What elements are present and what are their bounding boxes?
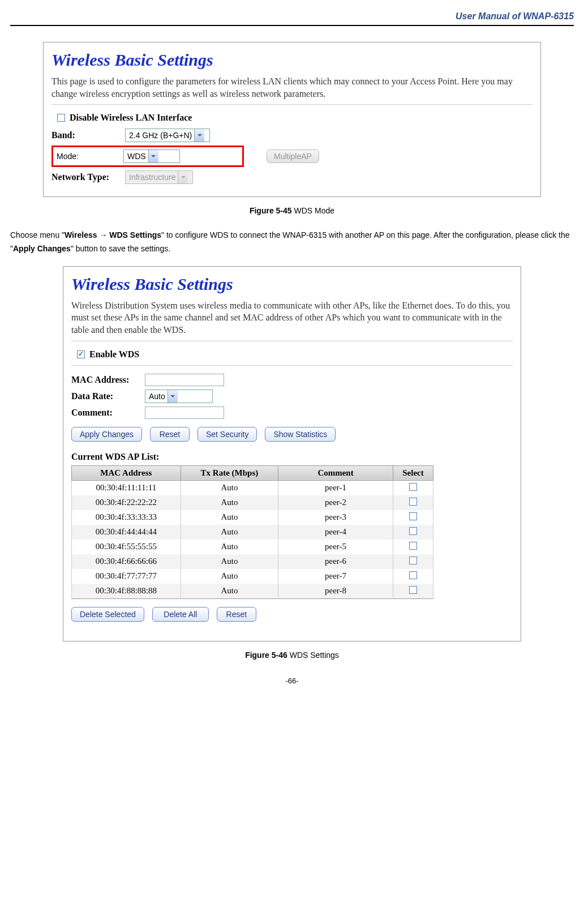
cell-rate: Auto bbox=[181, 554, 278, 569]
mode-label: Mode: bbox=[57, 152, 123, 161]
comment-input[interactable] bbox=[145, 407, 224, 419]
network-type-label: Network Type: bbox=[51, 172, 125, 182]
chevron-down-icon bbox=[194, 129, 204, 142]
divider bbox=[71, 365, 513, 366]
reset-button[interactable]: Reset bbox=[150, 427, 190, 442]
cell-mac: 00:30:4f:88:88:88 bbox=[72, 584, 181, 599]
panel-desc-1: This page is used to configure the param… bbox=[51, 75, 533, 100]
table-row: 00:30:4f:33:33:33Autopeer-3 bbox=[72, 510, 433, 525]
multiple-ap-button[interactable]: MultipleAP bbox=[267, 149, 319, 163]
apply-changes-button[interactable]: Apply Changes bbox=[71, 427, 142, 442]
mode-value: WDS bbox=[127, 152, 146, 161]
table-row: 00:30:4f:77:77:77Autopeer-7 bbox=[72, 569, 433, 584]
doc-header: User Manual of WNAP-6315 bbox=[10, 11, 574, 26]
row-select-checkbox[interactable] bbox=[409, 512, 417, 520]
band-select[interactable]: 2.4 GHz (B+G+N) bbox=[125, 129, 210, 142]
panel-desc-2: Wireless Distribution System uses wirele… bbox=[71, 300, 513, 336]
cell-rate: Auto bbox=[181, 480, 278, 495]
delete-all-button[interactable]: Delete All bbox=[152, 607, 209, 622]
figure-5-45-caption: Figure 5-45 WDS Mode bbox=[10, 206, 574, 215]
data-rate-select[interactable]: Auto bbox=[145, 390, 213, 403]
network-type-select: Infrastructure bbox=[125, 170, 193, 184]
cell-rate: Auto bbox=[181, 584, 278, 599]
divider bbox=[71, 341, 513, 341]
figure-5-46-box: Wireless Basic Settings Wireless Distrib… bbox=[63, 266, 521, 641]
cell-rate: Auto bbox=[181, 510, 278, 525]
table-row: 00:30:4f:88:88:88Autopeer-8 bbox=[72, 584, 433, 599]
cell-rate: Auto bbox=[181, 569, 278, 584]
mac-address-input[interactable] bbox=[145, 374, 224, 386]
page-number: -66- bbox=[10, 677, 574, 685]
cell-comment: peer-6 bbox=[278, 554, 393, 569]
cell-mac: 00:30:4f:77:77:77 bbox=[72, 569, 181, 584]
mode-select[interactable]: WDS bbox=[123, 149, 180, 163]
data-rate-value: Auto bbox=[149, 392, 165, 401]
row-select-checkbox[interactable] bbox=[409, 542, 417, 550]
table-row: 00:30:4f:22:22:22Autopeer-2 bbox=[72, 495, 433, 510]
cell-mac: 00:30:4f:22:22:22 bbox=[72, 495, 181, 510]
disable-wlan-checkbox[interactable] bbox=[57, 114, 65, 122]
delete-selected-button[interactable]: Delete Selected bbox=[71, 607, 144, 622]
set-security-button[interactable]: Set Security bbox=[197, 427, 257, 442]
cell-rate: Auto bbox=[181, 495, 278, 510]
cell-comment: peer-1 bbox=[278, 480, 393, 495]
cell-mac: 00:30:4f:33:33:33 bbox=[72, 510, 181, 525]
chevron-down-icon bbox=[168, 390, 178, 403]
band-label: Band: bbox=[51, 130, 125, 140]
row-select-checkbox[interactable] bbox=[409, 586, 417, 594]
cell-mac: 00:30:4f:44:44:44 bbox=[72, 525, 181, 540]
band-value: 2.4 GHz (B+G+N) bbox=[129, 131, 192, 140]
col-comment: Comment bbox=[278, 465, 393, 480]
enable-wds-checkbox[interactable] bbox=[77, 350, 85, 358]
cell-comment: peer-3 bbox=[278, 510, 393, 525]
chevron-down-icon bbox=[178, 171, 188, 183]
network-type-value: Infrastructure bbox=[129, 173, 175, 182]
cell-comment: peer-7 bbox=[278, 569, 393, 584]
row-select-checkbox[interactable] bbox=[409, 557, 417, 564]
wds-list-label: Current WDS AP List: bbox=[71, 452, 513, 462]
cell-comment: peer-4 bbox=[278, 525, 393, 540]
figure-5-45-box: Wireless Basic Settings This page is use… bbox=[43, 42, 541, 197]
cell-comment: peer-5 bbox=[278, 540, 393, 554]
row-select-checkbox[interactable] bbox=[409, 527, 417, 535]
row-select-checkbox[interactable] bbox=[409, 483, 417, 491]
reset-button-2[interactable]: Reset bbox=[217, 607, 256, 622]
cell-rate: Auto bbox=[181, 525, 278, 540]
data-rate-label: Data Rate: bbox=[71, 391, 145, 401]
cell-rate: Auto bbox=[181, 540, 278, 554]
cell-comment: peer-2 bbox=[278, 495, 393, 510]
figure-5-46-caption: Figure 5-46 WDS Settings bbox=[10, 651, 574, 660]
mac-address-label: MAC Address: bbox=[71, 375, 145, 385]
wds-ap-table: MAC Address Tx Rate (Mbps) Comment Selec… bbox=[71, 465, 433, 599]
table-row: 00:30:4f:55:55:55Autopeer-5 bbox=[72, 540, 433, 554]
row-select-checkbox[interactable] bbox=[409, 498, 417, 506]
cell-mac: 00:30:4f:11:11:11 bbox=[72, 480, 181, 495]
panel-title-2: Wireless Basic Settings bbox=[71, 275, 513, 294]
table-row: 00:30:4f:11:11:11Autopeer-1 bbox=[72, 480, 433, 495]
row-select-checkbox[interactable] bbox=[409, 571, 417, 579]
chevron-down-icon bbox=[148, 150, 158, 162]
enable-wds-label: Enable WDS bbox=[89, 349, 139, 360]
comment-label: Comment: bbox=[71, 408, 145, 418]
col-rate: Tx Rate (Mbps) bbox=[181, 465, 278, 480]
instruction-paragraph: Choose menu "Wireless → WDS Settings" to… bbox=[10, 229, 574, 256]
table-row: 00:30:4f:44:44:44Autopeer-4 bbox=[72, 525, 433, 540]
panel-title-1: Wireless Basic Settings bbox=[51, 50, 533, 70]
divider bbox=[51, 104, 533, 105]
table-row: 00:30:4f:66:66:66Autopeer-6 bbox=[72, 554, 433, 569]
cell-mac: 00:30:4f:66:66:66 bbox=[72, 554, 181, 569]
cell-mac: 00:30:4f:55:55:55 bbox=[72, 540, 181, 554]
mode-row-highlight: Mode: WDS bbox=[51, 146, 244, 167]
disable-wlan-label: Disable Wireless LAN Interface bbox=[70, 113, 192, 123]
col-mac: MAC Address bbox=[72, 465, 181, 480]
show-statistics-button[interactable]: Show Statistics bbox=[265, 427, 336, 442]
cell-comment: peer-8 bbox=[278, 584, 393, 599]
col-select: Select bbox=[393, 465, 433, 480]
